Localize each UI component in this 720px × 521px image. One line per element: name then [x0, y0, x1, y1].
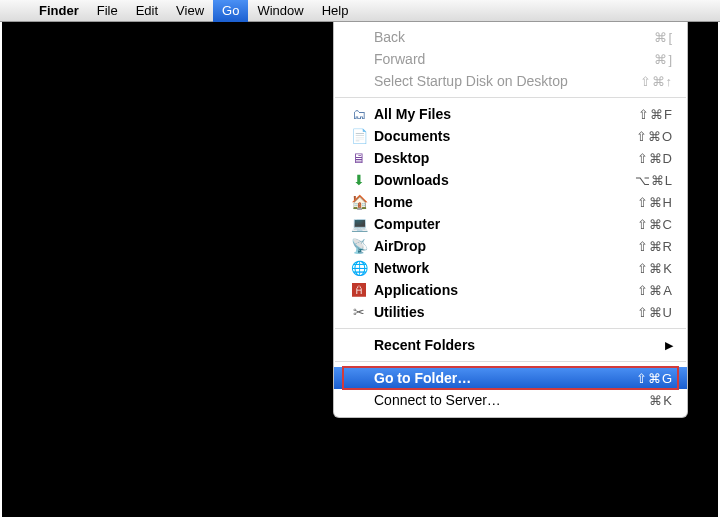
go-menu-dropdown: Back ⌘[ Forward ⌘] Select Startup Disk o… — [333, 22, 688, 418]
airdrop-icon: 📡 — [350, 238, 368, 254]
computer-icon: 💻 — [350, 216, 368, 232]
applications-icon: 🅰 — [350, 282, 368, 298]
home-icon: 🏠 — [350, 194, 368, 210]
menu-item-label: Desktop — [374, 150, 637, 166]
menubar-item-window[interactable]: Window — [248, 0, 312, 22]
menu-item-forward: Forward ⌘] — [334, 48, 687, 70]
menu-item-label: Computer — [374, 216, 637, 232]
menu-item-label: All My Files — [374, 106, 638, 122]
menu-item-shortcut: ⇧⌘R — [637, 239, 673, 254]
menu-separator — [335, 97, 686, 98]
menu-separator — [335, 361, 686, 362]
menu-item-shortcut: ⇧⌘C — [637, 217, 673, 232]
menu-item-label: Select Startup Disk on Desktop — [374, 73, 640, 89]
menu-item-shortcut: ⌘] — [654, 52, 673, 67]
menu-item-label: Documents — [374, 128, 636, 144]
menu-item-applications[interactable]: 🅰 Applications ⇧⌘A — [334, 279, 687, 301]
menu-item-recent-folders[interactable]: Recent Folders ▶ — [334, 334, 687, 356]
menu-item-shortcut: ⇧⌘U — [637, 305, 673, 320]
menu-item-select-startup-disk: Select Startup Disk on Desktop ⇧⌘↑ — [334, 70, 687, 92]
menu-item-downloads[interactable]: ⬇ Downloads ⌥⌘L — [334, 169, 687, 191]
downloads-icon: ⬇ — [350, 172, 368, 188]
menu-item-shortcut: ⌥⌘L — [635, 173, 673, 188]
menu-item-label: Downloads — [374, 172, 635, 188]
menu-item-shortcut: ⇧⌘F — [638, 107, 673, 122]
menu-item-shortcut: ⇧⌘K — [637, 261, 673, 276]
documents-icon: 📄 — [350, 128, 368, 144]
menu-item-label: Back — [374, 29, 654, 45]
menu-item-documents[interactable]: 📄 Documents ⇧⌘O — [334, 125, 687, 147]
menu-item-label: Applications — [374, 282, 637, 298]
network-icon: 🌐 — [350, 260, 368, 276]
menu-item-computer[interactable]: 💻 Computer ⇧⌘C — [334, 213, 687, 235]
menu-item-airdrop[interactable]: 📡 AirDrop ⇧⌘R — [334, 235, 687, 257]
menu-item-label: Network — [374, 260, 637, 276]
menu-item-label: Recent Folders — [374, 337, 659, 353]
menu-item-label: Home — [374, 194, 637, 210]
menu-item-home[interactable]: 🏠 Home ⇧⌘H — [334, 191, 687, 213]
menu-item-desktop[interactable]: 🖥 Desktop ⇧⌘D — [334, 147, 687, 169]
menu-item-shortcut: ⇧⌘O — [636, 129, 673, 144]
menu-item-all-my-files[interactable]: 🗂 All My Files ⇧⌘F — [334, 103, 687, 125]
menu-item-go-to-folder[interactable]: Go to Folder… ⇧⌘G — [334, 367, 687, 389]
menu-item-label: Forward — [374, 51, 654, 67]
menu-item-shortcut: ⇧⌘↑ — [640, 74, 674, 89]
menu-item-shortcut: ⇧⌘D — [637, 151, 673, 166]
menubar-item-file[interactable]: File — [88, 0, 127, 22]
menu-item-label: AirDrop — [374, 238, 637, 254]
menu-item-shortcut: ⇧⌘A — [637, 283, 673, 298]
allfiles-icon: 🗂 — [350, 106, 368, 122]
menu-item-network[interactable]: 🌐 Network ⇧⌘K — [334, 257, 687, 279]
desktop: Back ⌘[ Forward ⌘] Select Startup Disk o… — [2, 22, 718, 517]
menu-item-back: Back ⌘[ — [334, 26, 687, 48]
menubar-item-view[interactable]: View — [167, 0, 213, 22]
menu-item-shortcut: ⇧⌘H — [637, 195, 673, 210]
menu-item-label: Connect to Server… — [374, 392, 649, 408]
utilities-icon: ✂ — [350, 304, 368, 320]
menu-separator — [335, 328, 686, 329]
menubar-item-edit[interactable]: Edit — [127, 0, 167, 22]
menu-item-utilities[interactable]: ✂ Utilities ⇧⌘U — [334, 301, 687, 323]
menubar-item-go[interactable]: Go — [213, 0, 248, 22]
menu-item-connect-to-server[interactable]: Connect to Server… ⌘K — [334, 389, 687, 411]
menu-item-shortcut: ⌘[ — [654, 30, 673, 45]
menu-item-label: Go to Folder… — [374, 370, 636, 386]
submenu-arrow-icon: ▶ — [665, 339, 673, 352]
menubar-app-name[interactable]: Finder — [30, 0, 88, 22]
desktop-icon: 🖥 — [350, 150, 368, 166]
menu-item-label: Utilities — [374, 304, 637, 320]
menu-item-shortcut: ⌘K — [649, 393, 673, 408]
menubar: Finder File Edit View Go Window Help — [0, 0, 720, 22]
menu-item-shortcut: ⇧⌘G — [636, 371, 673, 386]
menubar-item-help[interactable]: Help — [313, 0, 358, 22]
